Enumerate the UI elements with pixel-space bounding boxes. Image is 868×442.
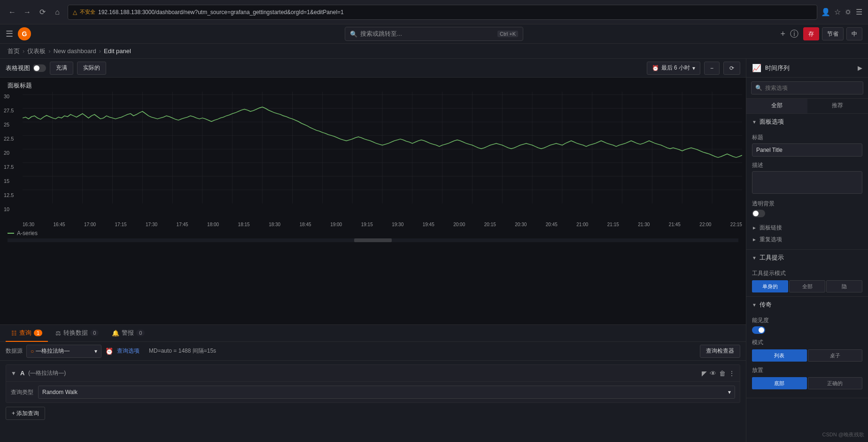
query-badge: 1 <box>34 330 42 336</box>
address-bar[interactable]: △ 不安全 192.168.188.138:3000/dashboard/new… <box>68 5 817 20</box>
legend-placement-group: 底部 正确的 <box>752 377 862 389</box>
desc-option-label: 描述 <box>752 161 862 169</box>
repeat-option[interactable]: ► 重复选项 <box>752 234 862 245</box>
datasource-value: —格拉法纳— <box>36 347 70 355</box>
alert-icon: 🔔 <box>112 330 119 337</box>
tooltip-mode-all[interactable]: 全部 <box>789 280 825 292</box>
query-body-a: 查询类型 Random Walk ▾ <box>6 382 740 403</box>
home-button[interactable]: ⌂ <box>51 6 64 19</box>
query-collapse-arrow[interactable]: ▼ <box>11 370 16 377</box>
legend-label-a: A-series <box>17 230 38 237</box>
hamburger-menu[interactable]: ☰ <box>6 29 13 39</box>
panel-desc-input[interactable] <box>752 171 862 194</box>
reload-button[interactable]: ⟳ <box>36 6 49 19</box>
main-layout: 表格视图 充满 实际的 ⏰ 最后 6 小时 ▾ − ⟳ 面板标题 30 <box>0 59 868 442</box>
repeat-arrow: ► <box>752 237 757 242</box>
breadcrumb-home[interactable]: 首页 <box>8 47 20 55</box>
transform-icon: ⚖ <box>55 330 61 337</box>
table-view-toggle[interactable]: 表格视图 <box>6 64 46 72</box>
options-tab-recommend[interactable]: 推荐 <box>807 99 868 113</box>
tooltip-mode-hidden[interactable]: 隐 <box>826 280 862 292</box>
search-options-field[interactable] <box>765 85 859 91</box>
save-button[interactable]: 存 <box>803 27 819 40</box>
query-row-header-a: ▼ A (—格拉法纳—) ◤ 👁 🗑 ⋮ <box>6 365 740 382</box>
repeat-label: 重复选项 <box>760 236 782 244</box>
panel-options-section: ▼ 面板选项 标题 描述 透明背景 ► 面板链接 <box>746 114 868 250</box>
actual-button[interactable]: 实际的 <box>77 62 106 75</box>
query-more-button[interactable]: ⋮ <box>728 370 735 377</box>
query-type-select[interactable]: Random Walk ▾ <box>38 386 735 399</box>
back-button[interactable]: ← <box>6 6 19 19</box>
panel-options-header[interactable]: ▼ 面板选项 <box>746 114 868 130</box>
url-text: 192.168.188.138:3000/dashboard/new?utm_s… <box>98 9 344 16</box>
query-options-link[interactable]: 查询选项 <box>117 347 140 355</box>
legend-header[interactable]: ▼ 传奇 <box>746 297 868 313</box>
transparent-toggle[interactable] <box>752 210 765 217</box>
add-query-button[interactable]: + 添加查询 <box>6 407 45 420</box>
query-panel: ☷ 查询 1 ⚖ 转换数据 0 🔔 警报 0 数据源 <box>0 324 746 442</box>
tooltip-mode-single[interactable]: 单身的 <box>752 280 788 292</box>
viz-type-header[interactable]: 📈 时间序列 ▶ <box>746 59 868 78</box>
time-range-selector[interactable]: ⏰ 最后 6 小时 ▾ <box>647 62 700 75</box>
options-search-input[interactable]: 🔍 <box>751 81 863 95</box>
chart-scrollbar[interactable] <box>8 238 738 242</box>
query-delete-button[interactable]: 🗑 <box>719 370 726 377</box>
star-icon[interactable]: ☆ <box>834 8 841 16</box>
options-tab-all[interactable]: 全部 <box>746 99 807 113</box>
panel-links-label: 面板链接 <box>760 224 782 232</box>
exit-button[interactable]: 中 <box>846 27 862 40</box>
options-tabs: 全部 推荐 <box>746 99 868 114</box>
menu-icon[interactable]: ☰ <box>856 8 862 16</box>
global-search[interactable]: 🔍 搜索或跳转至... Ctrl +K <box>345 27 523 41</box>
legend-placement-label: 放置 <box>752 366 862 374</box>
legend-title: 传奇 <box>760 300 772 309</box>
query-toggle-button[interactable]: 👁 <box>710 370 716 377</box>
query-row-actions: ◤ 👁 🗑 ⋮ <box>702 370 735 377</box>
search-placeholder-text: 搜索或跳转至... <box>360 30 402 38</box>
fill-button[interactable]: 充满 <box>50 62 73 75</box>
datasource-row: 数据源 ○ —格拉法纳— ▾ ⏰ 查询选项 MD=auto = 1488 间隔=… <box>0 342 746 361</box>
query-type-label: 查询类型 <box>11 388 33 396</box>
option-transparent-row: 透明背景 <box>752 200 862 217</box>
breadcrumb-new-dashboard[interactable]: New dashboard <box>54 47 96 55</box>
tab-all-label: 全部 <box>771 102 783 110</box>
legend-placement-row: 放置 底部 正确的 <box>752 366 862 389</box>
legend-mode-label: 模式 <box>752 339 862 347</box>
legend-visibility-toggle[interactable] <box>752 326 765 334</box>
legend-visibility-row: 能见度 <box>752 316 862 334</box>
security-warning: 不安全 <box>80 8 95 16</box>
browser-nav-buttons: ← → ⟳ ⌂ <box>6 6 64 19</box>
search-options-icon: 🔍 <box>755 85 762 91</box>
datasource-select[interactable]: ○ —格拉法纳— ▾ <box>26 345 101 358</box>
tooltip-header[interactable]: ▼ 工具提示 <box>746 250 868 266</box>
breadcrumb-current: Edit panel <box>104 47 131 55</box>
chart-area: 面板标题 30 27.5 25 22.5 20 17.5 15 12.5 10 <box>0 78 746 324</box>
legend-placement-right[interactable]: 正确的 <box>808 377 863 389</box>
breadcrumb-dashboards[interactable]: 仪表板 <box>27 47 46 55</box>
extensions-icon[interactable]: ⛭ <box>845 8 852 16</box>
legend-mode-list[interactable]: 列表 <box>752 349 807 362</box>
question-icon[interactable]: ⓘ <box>790 28 798 39</box>
plus-icon[interactable]: + <box>780 29 785 39</box>
refresh-button[interactable]: ⟳ <box>723 62 740 75</box>
search-icon: 🔍 <box>350 31 357 38</box>
table-view-switch[interactable] <box>33 64 46 72</box>
tab-query[interactable]: ☷ 查询 1 <box>6 325 48 342</box>
profile-icon: 👤 <box>821 8 830 16</box>
query-inspector-button[interactable]: 查询检查器 <box>700 345 740 358</box>
legend-mode-table[interactable]: 桌子 <box>808 349 863 362</box>
scrollbar-thumb[interactable] <box>354 238 392 242</box>
meta-info: MD=auto = 1488 间隔=15s <box>149 347 216 355</box>
legend-placement-bottom[interactable]: 底部 <box>752 377 807 389</box>
tab-transform[interactable]: ⚖ 转换数据 0 <box>50 325 104 342</box>
panel-links-option[interactable]: ► 面板链接 <box>752 222 862 234</box>
panel-links-arrow: ► <box>752 225 757 230</box>
panel-title-input[interactable] <box>752 143 862 157</box>
tab-query-label: 查询 <box>19 329 31 337</box>
zoom-out-button[interactable]: − <box>704 62 720 75</box>
query-ds-name-a: (—格拉法纳—) <box>28 369 66 377</box>
settings-button[interactable]: 节省 <box>822 27 844 40</box>
forward-button[interactable]: → <box>21 6 34 19</box>
query-copy-button[interactable]: ◤ <box>702 370 707 377</box>
tab-alert[interactable]: 🔔 警报 0 <box>106 325 150 342</box>
